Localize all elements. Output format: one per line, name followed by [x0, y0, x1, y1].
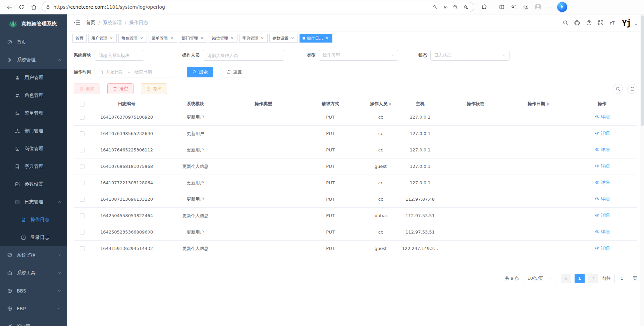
tab-user-manage[interactable]: 用户管理✕: [88, 34, 117, 43]
sidebar-item-role-manage[interactable]: 角色管理: [0, 86, 67, 104]
sidebar-item-system-tools[interactable]: 系统工具: [0, 264, 67, 282]
extensions-icon[interactable]: [479, 2, 489, 12]
avatar-caret-icon[interactable]: [634, 21, 638, 27]
sidebar-item-yi-framework[interactable]: Yi框架: [0, 317, 67, 326]
sidebar-item-log-manage[interactable]: 日志管理: [0, 193, 67, 211]
browser-refresh-button[interactable]: [15, 1, 28, 13]
close-icon[interactable]: ✕: [139, 36, 144, 41]
fullscreen-icon[interactable]: [596, 18, 606, 28]
tab-config[interactable]: 参数设置✕: [269, 34, 298, 43]
delete-button[interactable]: 删除: [74, 83, 100, 94]
sidebar-item-home[interactable]: 首页: [0, 33, 67, 51]
sidebar-item-bbs[interactable]: BBS: [0, 282, 67, 300]
detail-link[interactable]: 详细: [595, 130, 610, 136]
row-checkbox[interactable]: [80, 197, 85, 202]
row-checkbox[interactable]: [80, 164, 85, 169]
address-bar[interactable]: https://ccnetcore.com:1101/system/log/op…: [42, 2, 474, 12]
breadcrumb-home[interactable]: 首页: [86, 20, 95, 26]
github-icon[interactable]: [572, 18, 582, 28]
detail-link[interactable]: 详细: [595, 147, 610, 153]
row-checkbox[interactable]: [80, 246, 85, 251]
search-button[interactable]: 搜索: [187, 67, 213, 77]
page-scrollbar[interactable]: [640, 14, 644, 326]
close-icon[interactable]: ✕: [290, 36, 295, 41]
detail-link[interactable]: 详细: [595, 196, 610, 202]
operator-input[interactable]: [203, 50, 284, 61]
browser-back-button[interactable]: [3, 1, 15, 13]
module-input[interactable]: [95, 50, 144, 61]
sidebar-item-operation-log[interactable]: 操作日志: [0, 211, 67, 229]
bing-chat-icon[interactable]: [557, 2, 567, 12]
sidebar-item-config-manage[interactable]: 参数设置: [0, 175, 67, 193]
tab-dept-manage[interactable]: 部门管理✕: [179, 34, 207, 43]
read-aloud-icon[interactable]: [440, 2, 450, 12]
table-search-button[interactable]: [613, 84, 623, 94]
help-icon[interactable]: [584, 18, 594, 28]
goto-page-input[interactable]: [614, 274, 629, 283]
tab-operation-log[interactable]: 操作日志✕: [300, 34, 332, 43]
lock-icon[interactable]: [45, 4, 51, 10]
sidebar-item-user-manage[interactable]: 用户管理: [0, 69, 67, 86]
status-select[interactable]: 日志状态: [430, 50, 509, 61]
user-avatar[interactable]: Yj: [622, 18, 631, 28]
app-logo[interactable]: 意框架管理系统: [0, 14, 67, 33]
type-select[interactable]: 操作类型: [319, 50, 398, 61]
profile-avatar[interactable]: [533, 2, 543, 12]
close-icon[interactable]: ✕: [230, 36, 234, 41]
row-checkbox[interactable]: [80, 148, 85, 152]
tab-dict-manage[interactable]: 字典管理✕: [239, 34, 268, 43]
font-size-icon[interactable]: [607, 18, 618, 28]
row-checkbox[interactable]: [80, 230, 85, 235]
tab-role-manage[interactable]: 角色管理✕: [118, 34, 147, 43]
scrollbar-thumb[interactable]: [641, 15, 644, 126]
password-key-icon[interactable]: [430, 2, 440, 12]
sidebar-item-erp[interactable]: ERP: [0, 300, 67, 317]
row-checkbox[interactable]: [80, 131, 85, 136]
tab-menu-manage[interactable]: 菜单管理✕: [149, 34, 177, 43]
detail-link[interactable]: 详细: [595, 180, 610, 186]
row-checkbox[interactable]: [80, 181, 85, 185]
table-refresh-button[interactable]: [627, 84, 637, 94]
sidebar-item-post-manage[interactable]: 岗位管理: [0, 140, 67, 157]
select-all-checkbox[interactable]: [80, 102, 85, 107]
prev-page-button[interactable]: [561, 274, 571, 283]
sidebar-collapse-icon[interactable]: [73, 19, 80, 26]
page-size-select[interactable]: 10条/页: [523, 274, 557, 283]
tab-home[interactable]: 首页: [72, 34, 87, 43]
clear-button[interactable]: 清空: [107, 83, 133, 94]
close-icon[interactable]: ✕: [260, 36, 265, 41]
sidebar-item-system-manage[interactable]: 系统管理: [0, 51, 67, 69]
close-icon[interactable]: ✕: [200, 36, 204, 41]
search-icon[interactable]: [560, 18, 571, 28]
favorites-icon[interactable]: [509, 2, 519, 12]
next-page-button[interactable]: [588, 274, 598, 283]
export-button[interactable]: 导出: [141, 83, 167, 94]
sidebar-item-login-log[interactable]: 登录日志: [0, 229, 67, 246]
sidebar-item-menu-manage[interactable]: 菜单管理: [0, 104, 67, 122]
close-icon[interactable]: ✕: [325, 36, 329, 41]
tab-post-manage[interactable]: 岗位管理✕: [209, 34, 237, 43]
row-checkbox[interactable]: [80, 213, 85, 218]
date-range-picker[interactable]: 开始日期 - 结束日期: [95, 67, 174, 77]
more-options-icon[interactable]: [545, 2, 555, 12]
sidebar-item-dict-manage[interactable]: 字典管理: [0, 157, 67, 175]
split-screen-icon[interactable]: [497, 2, 507, 12]
collections-icon[interactable]: [521, 2, 531, 12]
close-icon[interactable]: ✕: [169, 36, 174, 41]
zoom-out-icon[interactable]: [450, 2, 461, 12]
detail-link[interactable]: 详细: [595, 212, 610, 218]
favorite-add-icon[interactable]: [461, 2, 471, 12]
sort-caret-icon[interactable]: [389, 102, 391, 106]
sidebar-item-dept-manage[interactable]: 部门管理: [0, 122, 67, 140]
detail-link[interactable]: 详细: [595, 163, 610, 169]
row-checkbox[interactable]: [80, 115, 85, 120]
sidebar-item-system-monitor[interactable]: 系统监控: [0, 246, 67, 264]
detail-link[interactable]: 详细: [595, 229, 610, 235]
browser-home-button[interactable]: [28, 1, 40, 13]
sort-caret-icon[interactable]: [546, 102, 549, 106]
reset-button[interactable]: 重置: [221, 67, 247, 77]
page-number-current[interactable]: 1: [575, 274, 585, 283]
close-icon[interactable]: ✕: [109, 36, 114, 41]
detail-link[interactable]: 详细: [595, 114, 610, 120]
detail-link[interactable]: 详细: [595, 245, 610, 251]
